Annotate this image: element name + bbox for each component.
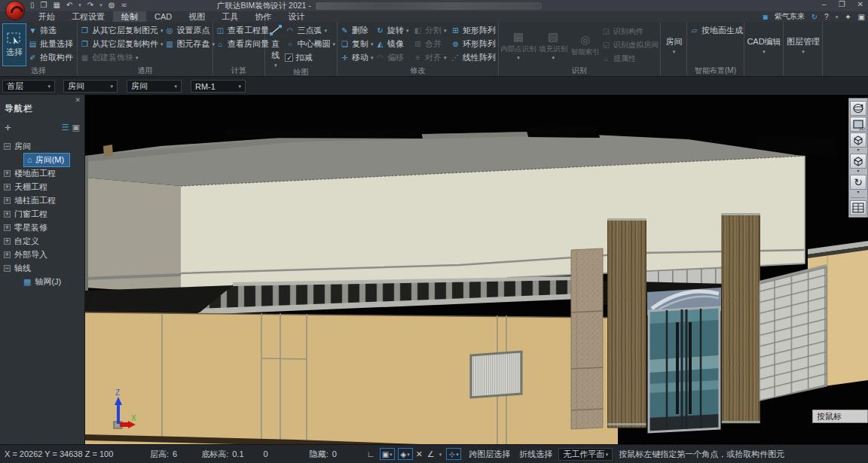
save-elements-button[interactable]: ▥ 图元存盘 ▾: [165, 37, 215, 50]
view-2d-button[interactable]: 2D: [850, 117, 866, 132]
view-cube-toggle[interactable]: ◈ ▾: [398, 448, 413, 460]
undo-icon[interactable]: ↶: [66, 1, 72, 9]
tree-item-door-window-works[interactable]: + 门窗工程: [0, 207, 84, 221]
expand-icon[interactable]: +: [4, 224, 11, 231]
redo-icon[interactable]: ↷: [87, 1, 93, 9]
tab-draw[interactable]: 绘制: [113, 11, 146, 22]
tree-item-external-import[interactable]: + 外部导入: [0, 248, 84, 261]
tree-item-ceiling-works[interactable]: + 天棚工程: [0, 180, 84, 193]
select-button[interactable]: 选择: [2, 23, 26, 66]
view-3d-button[interactable]: [850, 133, 866, 148]
generate-by-floor-button[interactable]: ▱ 按地面生成: [689, 23, 743, 37]
floor-select[interactable]: 首层▾: [2, 80, 55, 93]
tree-item-room-group[interactable]: − 房间: [0, 139, 84, 153]
tree-item-axis[interactable]: − 轴线: [0, 261, 84, 275]
expand-icon[interactable]: +: [4, 197, 11, 204]
help-button[interactable]: ?: [824, 13, 829, 21]
new-file-icon[interactable]: ▯: [30, 1, 35, 9]
orbit-tool-button[interactable]: [850, 101, 866, 116]
name-select[interactable]: RM-1▾: [191, 80, 246, 93]
layer-manage-button[interactable]: 图层管理 ▾: [786, 23, 821, 66]
expand-icon[interactable]: +: [4, 170, 11, 177]
viewport-3d-canvas[interactable]: Z X: [85, 95, 868, 444]
user-name[interactable]: 紫气东来: [775, 11, 805, 22]
customize-toolbar-icon[interactable]: ≂: [121, 1, 127, 9]
list-view-icon[interactable]: ☰: [62, 123, 69, 133]
tab-start[interactable]: 开始: [30, 11, 63, 22]
open-file-icon[interactable]: ❐: [41, 1, 47, 9]
tab-design[interactable]: 设计: [280, 11, 313, 22]
rect-array-button[interactable]: ⊞ 矩形阵列: [451, 23, 496, 37]
view-quantity-button[interactable]: ◫ 查看工程量: [215, 23, 269, 37]
view-room-quantity-button[interactable]: ⌂ 查看房间量: [215, 37, 269, 50]
avatar-icon[interactable]: ◙: [763, 13, 768, 21]
create-decoration-block-button[interactable]: ▦ 创建装饰块 ▾: [80, 50, 164, 64]
split-button[interactable]: ◧ 分割 ▾: [413, 23, 449, 37]
polyline-select-button[interactable]: 折线选择: [519, 449, 552, 460]
copy-button[interactable]: ❏ 复制 ▾: [340, 37, 374, 50]
three-point-arc-button[interactable]: ◠ 三点弧 ▾: [285, 23, 335, 37]
tab-view[interactable]: 视图: [180, 11, 213, 22]
redo-caret-icon[interactable]: ▾: [99, 2, 102, 8]
selection-box-toggle[interactable]: ▣ ▾: [380, 448, 395, 460]
extract-attribute-button[interactable]: ⌂ 提属性: [601, 52, 659, 65]
center-ellipse-button[interactable]: ○ 中心椭圆 ▾: [285, 37, 335, 50]
linear-array-button[interactable]: ⋰ 线性阵列: [451, 50, 496, 64]
expand-icon[interactable]: +: [4, 238, 11, 245]
theme-icon[interactable]: ✦: [845, 13, 851, 21]
move-button[interactable]: ✛ 移动 ▾: [340, 50, 374, 64]
workplane-select[interactable]: 无工作平面 ▾: [558, 448, 613, 461]
line-tool-button[interactable]: 直线 ▾: [267, 23, 283, 68]
view-iso-caret-icon[interactable]: ▾: [857, 169, 859, 174]
merge-button[interactable]: ⊞ 合并: [413, 37, 449, 50]
restore-button[interactable]: ❐: [839, 0, 845, 8]
polar-array-button[interactable]: ⊚ 环形阵列: [451, 37, 496, 50]
offset-button[interactable]: ◠ 偏移: [375, 50, 411, 64]
tree-item-custom[interactable]: + 自定义: [0, 234, 84, 248]
save-icon[interactable]: ▦: [53, 1, 60, 9]
expand-icon[interactable]: +: [4, 184, 11, 190]
rotate-view-button[interactable]: ↻: [850, 175, 866, 190]
ortho-toggle-icon[interactable]: ∟: [367, 449, 375, 458]
collapse-icon[interactable]: −: [4, 265, 11, 272]
copy-components-from-layer-button[interactable]: ❐ 从其它层复制构件 ▾: [80, 37, 164, 50]
fill-recognize-button[interactable]: ▧ 填充识别 ▾: [537, 30, 569, 60]
view-iso-button[interactable]: [850, 154, 866, 169]
copy-elements-from-layer-button[interactable]: ❐ 从其它层复制图元 ▾: [80, 23, 164, 37]
account-sphere-icon[interactable]: ◍: [108, 1, 115, 9]
rotate-view-caret-icon[interactable]: ▾: [857, 190, 859, 195]
schedule-table-button[interactable]: [850, 200, 866, 215]
align-button[interactable]: ≡ 对齐 ▾: [413, 50, 449, 64]
delete-button[interactable]: ✎ 删除: [340, 23, 374, 37]
rotate-button[interactable]: ↻ 旋转 ▾: [375, 23, 411, 37]
cross-layer-select-button[interactable]: 跨图层选择: [469, 449, 510, 460]
type-select[interactable]: 房间▾: [127, 80, 182, 93]
collapse-icon[interactable]: −: [4, 143, 11, 150]
tree-item-misc-decoration[interactable]: + 零星装修: [0, 221, 84, 234]
tracking-toggle[interactable]: ⊹ ▾: [446, 448, 461, 460]
category-select[interactable]: 房间▾: [63, 80, 118, 93]
close-button[interactable]: ✕: [857, 0, 863, 8]
panel-toggle-icon[interactable]: ▣: [858, 13, 865, 21]
undo-caret-icon[interactable]: ▾: [78, 2, 81, 8]
recognize-component-button[interactable]: ◲ 识别构件: [601, 25, 659, 38]
tab-cad[interactable]: CAD: [146, 11, 180, 22]
panel-view-icon[interactable]: ▣: [72, 123, 80, 133]
cad-edit-button[interactable]: CAD编辑 ▾: [747, 23, 781, 66]
minimize-button[interactable]: –: [822, 0, 827, 8]
room-button[interactable]: 房间 ▾: [663, 23, 685, 66]
angle-snap-caret-icon[interactable]: ▾: [439, 452, 442, 457]
recognize-virtual-room-button[interactable]: ◱ 识别虚拟房间: [601, 38, 659, 52]
batch-select-button[interactable]: ▤ 批量选择: [28, 37, 73, 50]
expand-icon[interactable]: +: [4, 251, 11, 258]
set-origin-button[interactable]: ◎ 设置原点: [165, 23, 215, 37]
expand-icon[interactable]: +: [4, 211, 11, 218]
app-logo[interactable]: [5, 1, 25, 20]
help-caret-icon[interactable]: ▾: [836, 14, 839, 20]
smart-index-button[interactable]: ◎ 智能索引: [570, 33, 600, 57]
view-3d-caret-icon[interactable]: ▾: [857, 148, 859, 153]
filter-button[interactable]: ▼ 筛选: [28, 23, 73, 37]
panel-close-icon[interactable]: ✕: [75, 96, 81, 104]
tree-item-axis-grid[interactable]: ▦ 轴网(J): [0, 275, 84, 288]
crossing-toggle-icon[interactable]: ✕: [416, 449, 423, 459]
